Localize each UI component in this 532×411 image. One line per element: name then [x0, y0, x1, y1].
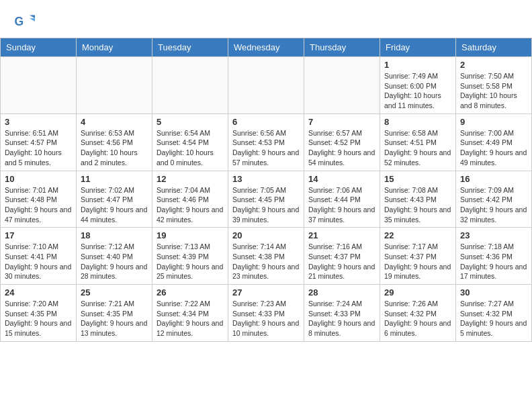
day-info: Sunrise: 7:20 AM Sunset: 4:35 PM Dayligh…	[5, 299, 72, 338]
calendar-cell: 12Sunrise: 7:04 AM Sunset: 4:46 PM Dayli…	[152, 171, 228, 228]
day-info: Sunrise: 7:22 AM Sunset: 4:34 PM Dayligh…	[157, 299, 224, 338]
calendar-cell: 30Sunrise: 7:27 AM Sunset: 4:32 PM Dayli…	[456, 285, 532, 342]
day-info: Sunrise: 7:49 AM Sunset: 6:00 PM Dayligh…	[384, 71, 451, 111]
calendar-cell	[228, 57, 304, 114]
logo: G	[13, 11, 38, 32]
day-info: Sunrise: 7:23 AM Sunset: 4:33 PM Dayligh…	[232, 299, 300, 338]
page-header: G	[0, 0, 532, 38]
day-number: 9	[460, 117, 527, 127]
day-number: 26	[157, 287, 224, 298]
weekday-header-monday: Monday	[77, 38, 152, 57]
calendar-cell: 19Sunrise: 7:13 AM Sunset: 4:39 PM Dayli…	[152, 228, 228, 285]
calendar-cell: 26Sunrise: 7:22 AM Sunset: 4:34 PM Dayli…	[152, 285, 228, 342]
calendar-cell: 28Sunrise: 7:24 AM Sunset: 4:33 PM Dayli…	[304, 285, 380, 342]
day-info: Sunrise: 7:00 AM Sunset: 4:49 PM Dayligh…	[460, 128, 527, 168]
calendar-cell	[1, 57, 77, 114]
day-info: Sunrise: 7:02 AM Sunset: 4:47 PM Dayligh…	[81, 185, 148, 225]
day-number: 27	[232, 287, 300, 298]
day-number: 10	[5, 174, 72, 184]
day-number: 24	[5, 287, 72, 298]
calendar-cell: 9Sunrise: 7:00 AM Sunset: 4:49 PM Daylig…	[456, 113, 532, 171]
calendar-cell: 17Sunrise: 7:10 AM Sunset: 4:41 PM Dayli…	[1, 228, 77, 285]
day-number: 2	[460, 60, 527, 70]
day-info: Sunrise: 7:50 AM Sunset: 5:58 PM Dayligh…	[460, 71, 527, 111]
day-number: 1	[384, 60, 451, 70]
calendar-cell: 16Sunrise: 7:09 AM Sunset: 4:42 PM Dayli…	[456, 171, 532, 228]
day-info: Sunrise: 6:53 AM Sunset: 4:56 PM Dayligh…	[81, 128, 148, 168]
day-info: Sunrise: 7:12 AM Sunset: 4:40 PM Dayligh…	[81, 242, 148, 281]
day-number: 8	[384, 117, 451, 127]
day-number: 13	[232, 174, 300, 184]
day-info: Sunrise: 7:18 AM Sunset: 4:36 PM Dayligh…	[460, 242, 527, 281]
day-number: 21	[308, 230, 375, 240]
day-info: Sunrise: 7:05 AM Sunset: 4:45 PM Dayligh…	[232, 185, 300, 225]
calendar-cell: 7Sunrise: 6:57 AM Sunset: 4:52 PM Daylig…	[304, 113, 380, 171]
day-number: 19	[157, 230, 224, 240]
weekday-header-wednesday: Wednesday	[228, 38, 304, 57]
day-info: Sunrise: 7:27 AM Sunset: 4:32 PM Dayligh…	[460, 299, 527, 338]
calendar-cell	[77, 57, 152, 114]
day-info: Sunrise: 7:04 AM Sunset: 4:46 PM Dayligh…	[157, 185, 224, 225]
svg-text:G: G	[15, 15, 24, 28]
day-number: 3	[5, 117, 72, 127]
day-number: 14	[308, 174, 375, 184]
day-info: Sunrise: 7:01 AM Sunset: 4:48 PM Dayligh…	[5, 185, 72, 225]
weekday-header-saturday: Saturday	[456, 38, 532, 57]
day-number: 25	[81, 287, 148, 298]
day-number: 22	[384, 230, 451, 240]
week-row-2: 3Sunrise: 6:51 AM Sunset: 4:57 PM Daylig…	[1, 113, 532, 171]
calendar-cell: 15Sunrise: 7:08 AM Sunset: 4:43 PM Dayli…	[380, 171, 456, 228]
day-info: Sunrise: 7:16 AM Sunset: 4:37 PM Dayligh…	[308, 242, 375, 281]
day-number: 11	[81, 174, 148, 184]
week-row-3: 10Sunrise: 7:01 AM Sunset: 4:48 PM Dayli…	[1, 171, 532, 228]
weekday-header-thursday: Thursday	[304, 38, 380, 57]
day-info: Sunrise: 7:24 AM Sunset: 4:33 PM Dayligh…	[308, 299, 375, 338]
day-number: 15	[384, 174, 451, 184]
weekday-header-row: SundayMondayTuesdayWednesdayThursdayFrid…	[1, 38, 532, 57]
calendar-cell: 4Sunrise: 6:53 AM Sunset: 4:56 PM Daylig…	[77, 113, 152, 171]
day-info: Sunrise: 6:57 AM Sunset: 4:52 PM Dayligh…	[308, 128, 375, 168]
day-info: Sunrise: 6:51 AM Sunset: 4:57 PM Dayligh…	[5, 128, 72, 168]
calendar-cell: 8Sunrise: 6:58 AM Sunset: 4:51 PM Daylig…	[380, 113, 456, 171]
calendar-cell: 27Sunrise: 7:23 AM Sunset: 4:33 PM Dayli…	[228, 285, 304, 342]
calendar-cell	[304, 57, 380, 114]
week-row-1: 1Sunrise: 7:49 AM Sunset: 6:00 PM Daylig…	[1, 57, 532, 114]
calendar-cell: 2Sunrise: 7:50 AM Sunset: 5:58 PM Daylig…	[456, 57, 532, 114]
day-number: 16	[460, 174, 527, 184]
svg-marker-1	[30, 15, 35, 18]
day-info: Sunrise: 7:09 AM Sunset: 4:42 PM Dayligh…	[460, 185, 527, 225]
day-info: Sunrise: 6:58 AM Sunset: 4:51 PM Dayligh…	[384, 128, 451, 168]
day-number: 29	[384, 287, 451, 298]
svg-marker-2	[30, 18, 35, 21]
day-number: 4	[81, 117, 148, 127]
calendar-cell: 6Sunrise: 6:56 AM Sunset: 4:53 PM Daylig…	[228, 113, 304, 171]
day-info: Sunrise: 7:21 AM Sunset: 4:35 PM Dayligh…	[81, 299, 148, 338]
day-info: Sunrise: 7:14 AM Sunset: 4:38 PM Dayligh…	[232, 242, 300, 281]
day-info: Sunrise: 6:54 AM Sunset: 4:54 PM Dayligh…	[157, 128, 224, 168]
day-info: Sunrise: 6:56 AM Sunset: 4:53 PM Dayligh…	[232, 128, 300, 168]
day-info: Sunrise: 7:06 AM Sunset: 4:44 PM Dayligh…	[308, 185, 375, 225]
calendar-cell: 20Sunrise: 7:14 AM Sunset: 4:38 PM Dayli…	[228, 228, 304, 285]
day-number: 20	[232, 230, 300, 240]
day-number: 18	[81, 230, 148, 240]
day-number: 17	[5, 230, 72, 240]
weekday-header-tuesday: Tuesday	[152, 38, 228, 57]
calendar-cell: 21Sunrise: 7:16 AM Sunset: 4:37 PM Dayli…	[304, 228, 380, 285]
calendar-cell: 29Sunrise: 7:26 AM Sunset: 4:32 PM Dayli…	[380, 285, 456, 342]
day-info: Sunrise: 7:08 AM Sunset: 4:43 PM Dayligh…	[384, 185, 451, 225]
day-number: 6	[232, 117, 300, 127]
calendar-cell: 23Sunrise: 7:18 AM Sunset: 4:36 PM Dayli…	[456, 228, 532, 285]
calendar-cell: 24Sunrise: 7:20 AM Sunset: 4:35 PM Dayli…	[1, 285, 77, 342]
day-info: Sunrise: 7:17 AM Sunset: 4:37 PM Dayligh…	[384, 242, 451, 281]
calendar-cell: 3Sunrise: 6:51 AM Sunset: 4:57 PM Daylig…	[1, 113, 77, 171]
day-number: 28	[308, 287, 375, 298]
calendar-cell: 25Sunrise: 7:21 AM Sunset: 4:35 PM Dayli…	[77, 285, 152, 342]
calendar-table: SundayMondayTuesdayWednesdayThursdayFrid…	[0, 38, 532, 342]
day-number: 23	[460, 230, 527, 240]
logo-icon: G	[13, 11, 35, 32]
day-number: 7	[308, 117, 375, 127]
day-info: Sunrise: 7:13 AM Sunset: 4:39 PM Dayligh…	[157, 242, 224, 281]
day-number: 30	[460, 287, 527, 298]
calendar-cell	[152, 57, 228, 114]
calendar-cell: 5Sunrise: 6:54 AM Sunset: 4:54 PM Daylig…	[152, 113, 228, 171]
